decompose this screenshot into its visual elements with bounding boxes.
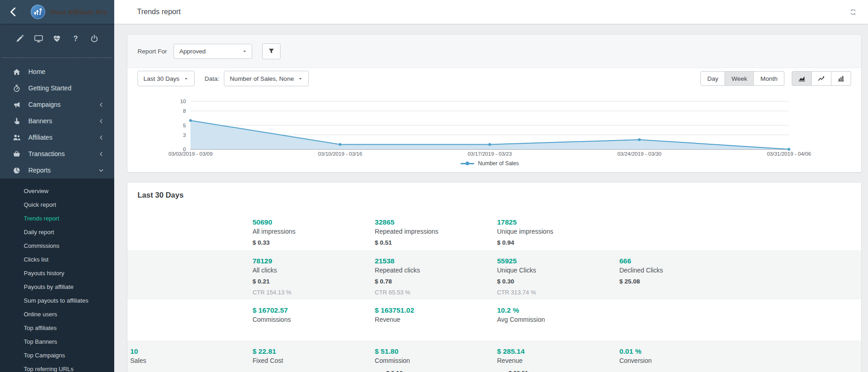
sidebar-item-reports[interactable]: Reports [2, 162, 112, 178]
stat-value: $ 22.81 [253, 346, 372, 356]
monitor-icon[interactable] [34, 34, 43, 43]
stat-cost: $ 0.51 [375, 238, 494, 247]
sidebar-item-label: Reports [28, 167, 98, 174]
sidebar-item-getting-started[interactable]: Getting Started [2, 80, 112, 96]
line-chart-icon [818, 75, 825, 82]
pie-chart-icon [13, 167, 21, 174]
stopwatch-icon [13, 84, 21, 92]
date-range-value: Last 30 Days [143, 75, 180, 82]
stat-ctr: CTR 65.53 % [375, 288, 494, 297]
stat-value: 55925 [497, 256, 617, 266]
users-icon [13, 134, 21, 141]
stat-cost: $ 0.30 [497, 277, 617, 286]
sidebar-header: Post Affiliate Pro [0, 0, 114, 24]
sidebar-item-affiliates[interactable]: Affiliates [2, 129, 112, 146]
stat-cell-revenue: $ 163751.02Revenue [372, 305, 494, 338]
refresh-icon[interactable] [849, 8, 857, 16]
sidebar-item-campaigns[interactable]: Campaigns [2, 96, 112, 113]
app-logo[interactable]: Post Affiliate Pro [30, 4, 107, 20]
area-chart-icon [798, 75, 805, 82]
stat-label: Sales [130, 356, 250, 365]
sidebar-subitem-sum-payouts-to-affiliates[interactable]: Sum payouts to affiliates [0, 293, 114, 307]
sidebar-subitem-quick-report[interactable]: Quick report [0, 198, 114, 211]
sidebar-item-label: Campaigns [28, 101, 98, 108]
pencil-icon[interactable] [16, 34, 24, 43]
period-button-month[interactable]: Month [754, 71, 784, 86]
sidebar-subitem-clicks-list[interactable]: Clicks list [0, 252, 114, 266]
sidebar-subitem-trends-report[interactable]: Trends report [0, 211, 114, 225]
sidebar-subitem-daily-report[interactable]: Daily report [0, 225, 114, 239]
stat-label: Avg Commission [497, 315, 617, 324]
chevron-down-icon [98, 168, 104, 173]
date-range-select[interactable]: Last 30 Days [138, 71, 195, 86]
stat-value: 0.01 % [619, 346, 739, 356]
avg-value: $ 28.51 [508, 370, 528, 372]
sidebar-subitem-payouts-history[interactable]: Payouts history [0, 266, 114, 280]
sidebar-subitem-top-referring-urls[interactable]: Top referring URLs [0, 362, 114, 372]
chart-type-button-area-chart[interactable] [792, 71, 812, 86]
period-button-day[interactable]: Day [700, 71, 725, 86]
sidebar-item-label: Banners [28, 117, 98, 125]
stat-label: Conversion [619, 356, 739, 365]
stat-label: Revenue [375, 315, 494, 324]
collapse-sidebar-icon[interactable] [8, 7, 18, 17]
sidebar-item-transactions[interactable]: Transactions [2, 146, 112, 162]
sidebar-subitem-top-banners[interactable]: Top Banners [0, 335, 114, 348]
stats-row-2: 78129All clicks$ 0.21CTR 154.13 %21538Re… [127, 250, 861, 299]
sidebar: Post Affiliate Pro ? HomeGetting Started… [0, 0, 114, 372]
logo-text: Post Affiliate Pro [50, 8, 107, 16]
page-header: Trends report [114, 0, 868, 24]
stat-label: Repeated clicks [375, 266, 494, 275]
report-for-label: Report For [138, 48, 167, 55]
data-series-select[interactable]: Number of Sales, None [224, 71, 309, 86]
sidebar-item-banners[interactable]: Banners [2, 113, 112, 129]
question-icon[interactable]: ? [71, 34, 80, 43]
data-series-value: Number of Sales, None [230, 75, 294, 82]
caret-down-icon [184, 76, 189, 81]
stat-label: Unique Clicks [497, 266, 617, 275]
sidebar-item-label: Home [28, 68, 104, 75]
stat-cost: $ 0.94 [497, 238, 617, 247]
svg-text:03/17/2019 - 03/23: 03/17/2019 - 03/23 [468, 151, 512, 157]
stat-label: Unique impressions [497, 227, 617, 236]
sidebar-subitem-payouts-by-affiliate[interactable]: Payouts by affiliate [0, 280, 114, 293]
sidebar-subitem-top-affiliates[interactable]: Top affiliates [0, 321, 114, 335]
stat-label: Declined Clicks [619, 266, 739, 275]
chevron-left-icon [98, 135, 104, 141]
period-button-group: DayWeekMonth [700, 71, 784, 86]
sidebar-item-home[interactable]: Home [2, 63, 112, 80]
svg-text:3: 3 [183, 132, 186, 138]
stat-ctr: CTR 313.74 % [497, 288, 617, 297]
sales-trend-chart: 10853003/03/2019 - 03/0903/10/2019 - 03/… [127, 89, 862, 157]
stats-row-1: 50690All impressions$ 0.3332865Repeated … [127, 211, 861, 250]
sidebar-subitem-online-users[interactable]: Online users [0, 307, 114, 321]
power-icon[interactable] [90, 34, 99, 43]
stat-value: 21538 [375, 256, 494, 266]
chart-options-row: Last 30 Days Data: Number of Sales, None… [127, 68, 861, 89]
filter-button[interactable] [262, 43, 281, 59]
data-label: Data: [205, 75, 219, 82]
stat-cell-unique-clicks: 55925Unique Clicks$ 0.30CTR 313.74 % [494, 256, 617, 297]
period-button-week[interactable]: Week [725, 71, 754, 86]
hand-pointer-icon [13, 117, 21, 125]
chevron-left-icon [98, 102, 104, 108]
stat-label: Commission [375, 356, 494, 365]
chart-type-button-bar-chart[interactable] [831, 71, 851, 86]
heartbeat-icon[interactable] [53, 34, 61, 43]
stat-cell-commissions: $ 16702.57Commissions [250, 305, 372, 338]
bar-chart-icon [837, 75, 845, 82]
report-for-select[interactable]: Approved [174, 44, 252, 59]
stat-label: Revenue [497, 356, 617, 365]
sidebar-subitem-top-campaigns[interactable]: Top Campaigns [0, 348, 114, 362]
sidebar-subitem-commissions[interactable]: Commissions [0, 239, 114, 252]
stat-cell-declined-clicks: 666Declined Clicks$ 25.08 [617, 256, 739, 297]
sidebar-subitem-overview[interactable]: Overview [0, 184, 114, 198]
chart-legend: Number of Sales [191, 158, 789, 168]
stat-value: $ 285.14 [497, 346, 617, 356]
stats-rows: 50690All impressions$ 0.3332865Repeated … [127, 211, 861, 372]
chart-type-button-line-chart[interactable] [812, 71, 831, 86]
stat-cell-unique-impressions: 17825Unique impressions$ 0.94 [494, 217, 617, 247]
svg-text:?: ? [74, 34, 78, 42]
stat-label: Commissions [253, 315, 372, 324]
svg-text:03/31/2019 - 04/06: 03/31/2019 - 04/06 [767, 151, 811, 157]
